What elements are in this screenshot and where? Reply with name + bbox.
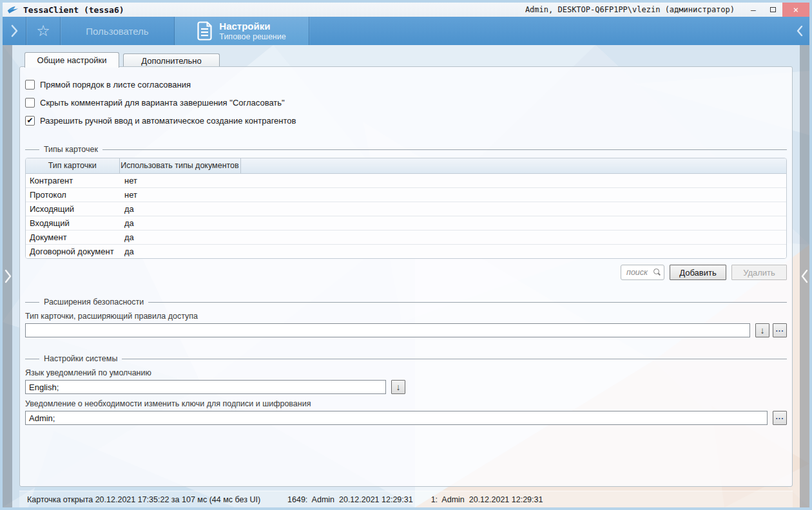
table-row[interactable]: Документда	[26, 230, 786, 244]
tab-user[interactable]: Пользователь	[61, 17, 174, 45]
ellipsis-icon: ...	[775, 325, 784, 334]
language-dropdown-button[interactable]: ↓	[391, 380, 405, 394]
close-button[interactable]: ×	[782, 3, 809, 17]
group-card-types: Типы карточек	[25, 145, 787, 154]
card-types-table: Тип карточки Использовать типы документо…	[25, 158, 787, 259]
arrow-down-icon: ↓	[396, 382, 401, 392]
tab-additional-label: Дополнительно	[141, 56, 202, 66]
main-tab-bar: ☆ Пользователь Настройки Типовое решение	[3, 17, 809, 45]
tab-general-settings[interactable]: Общие настройки	[24, 52, 119, 68]
checkbox-row[interactable]: Прямой порядок в листе согласования	[25, 78, 787, 91]
arrow-down-icon: ↓	[760, 325, 765, 335]
card-type-cell: Исходящий	[26, 202, 119, 216]
search-input[interactable]: поиск	[621, 265, 664, 280]
use-doc-types-cell: да	[119, 230, 240, 244]
group-system: Настройки системы	[25, 354, 787, 363]
card-type-cell: Протокол	[26, 187, 119, 202]
checkbox-label: Скрыть комментарий для варианта завершен…	[40, 98, 285, 108]
table-row[interactable]: Исходящийда	[26, 202, 786, 216]
empty-cell	[240, 216, 786, 230]
column-card-type[interactable]: Тип карточки	[26, 158, 119, 173]
checkbox-hide-comment[interactable]	[25, 98, 35, 108]
security-browse-button[interactable]: ...	[773, 323, 787, 337]
table-row[interactable]: Входящийда	[26, 216, 786, 230]
tab-settings-subtitle: Типовое решение	[219, 32, 285, 42]
checkbox-direct-order[interactable]	[25, 80, 35, 90]
tessa-logo-icon	[7, 5, 19, 14]
notify-input[interactable]: Admin;	[25, 411, 768, 425]
favorites-button[interactable]: ☆	[26, 17, 60, 45]
checkbox-label: Прямой порядок в листе согласования	[40, 80, 191, 90]
notify-field-row: Admin; ...	[25, 411, 787, 425]
status-bar: Карточка открыта 20.12.2021 17:35:22 за …	[19, 491, 793, 507]
status-card-opened: Карточка открыта 20.12.2021 17:35:22 за …	[27, 495, 260, 504]
maximize-icon	[770, 7, 776, 12]
card-type-cell: Договорной документ	[26, 244, 119, 258]
maximize-button[interactable]	[763, 3, 782, 17]
language-input[interactable]: English;	[25, 380, 386, 394]
chevron-left-icon	[797, 25, 803, 37]
card-types-body: КонтрагентнетПротоколнетИсходящийдаВходя…	[26, 173, 786, 258]
checkbox-label: Разрешить ручной ввод и автоматическое с…	[40, 116, 296, 126]
tab-scroll-right-button[interactable]	[790, 17, 809, 45]
table-row[interactable]: Контрагентнет	[26, 173, 786, 187]
card-type-cell: Контрагент	[26, 173, 119, 187]
card-type-cell: Входящий	[26, 216, 119, 230]
star-icon: ☆	[36, 22, 50, 40]
content-area: Общие настройки Дополнительно Прямой пор…	[3, 45, 809, 507]
group-card-types-title: Типы карточек	[44, 145, 98, 154]
use-doc-types-cell: нет	[119, 187, 240, 202]
tab-additional[interactable]: Дополнительно	[123, 53, 220, 67]
settings-tab-strip: Общие настройки Дополнительно	[19, 52, 793, 67]
tab-user-label: Пользователь	[86, 26, 148, 37]
minimize-button[interactable]: –	[744, 3, 763, 17]
group-system-title: Настройки системы	[44, 354, 117, 363]
group-security-title: Расширения безопасности	[44, 298, 144, 307]
use-doc-types-cell: да	[119, 244, 240, 258]
tab-settings-title: Настройки	[219, 21, 285, 32]
empty-cell	[240, 230, 786, 244]
card-type-cell: Документ	[26, 230, 119, 244]
checkbox-allow-manual-input[interactable]	[25, 116, 35, 126]
security-field-row: ↓ ...	[25, 323, 787, 337]
search-icon	[653, 269, 661, 276]
table-row[interactable]: Протоколнет	[26, 187, 786, 202]
security-dropdown-button[interactable]: ↓	[755, 323, 769, 337]
notify-browse-button[interactable]: ...	[773, 411, 787, 425]
use-doc-types-cell: да	[119, 202, 240, 216]
search-placeholder: поиск	[626, 268, 650, 277]
language-field-row: English; ↓	[25, 380, 787, 394]
table-row[interactable]: Договорной документда	[26, 244, 786, 258]
app-window: TessaClient (tessa6) Admin, DESKTOP-Q6FP…	[0, 0, 812, 510]
general-settings-panel: Прямой порядок в листе согласования Скры…	[19, 66, 793, 487]
tab-scroll-left-button[interactable]	[3, 17, 26, 45]
status-record-1649: 1649: Admin 20.12.2021 12:29:31	[287, 495, 413, 504]
use-doc-types-cell: да	[119, 216, 240, 230]
status-record-1: 1: Admin 20.12.2021 12:29:31	[431, 495, 543, 504]
window-title: TessaClient (tessa6)	[23, 5, 124, 15]
settings-page: Общие настройки Дополнительно Прямой пор…	[19, 52, 793, 507]
empty-cell	[240, 173, 786, 187]
right-panel-expander[interactable]	[800, 45, 809, 507]
security-field-label: Тип карточки, расширяющий правила доступ…	[25, 312, 787, 321]
checkbox-row[interactable]: Скрыть комментарий для варианта завершен…	[25, 96, 787, 109]
use-doc-types-cell: нет	[119, 173, 240, 187]
delete-button[interactable]: Удалить	[731, 265, 787, 280]
chevron-right-icon	[11, 24, 18, 37]
column-use-doc-types[interactable]: Использовать типы документов	[119, 158, 240, 173]
empty-cell	[240, 244, 786, 258]
checkbox-row[interactable]: Разрешить ручной ввод и автоматическое с…	[25, 114, 787, 127]
chevron-left-icon	[801, 269, 809, 283]
chevron-right-icon	[4, 269, 12, 283]
left-panel-expander[interactable]	[3, 45, 12, 507]
logged-in-user: Admin, DESKTOP-Q6FP1PP\vlezin (администр…	[525, 5, 735, 14]
title-bar: TessaClient (tessa6) Admin, DESKTOP-Q6FP…	[3, 3, 809, 17]
language-field-label: Язык уведомлений по умолчанию	[25, 368, 787, 377]
table-header-row: Тип карточки Использовать типы документо…	[26, 158, 786, 173]
security-card-type-input[interactable]	[25, 323, 750, 337]
add-button[interactable]: Добавить	[670, 265, 726, 280]
ellipsis-icon: ...	[775, 412, 784, 421]
notify-field-label: Уведомление о необходимости изменить клю…	[25, 399, 787, 408]
tab-settings[interactable]: Настройки Типовое решение	[175, 17, 309, 45]
empty-cell	[240, 187, 786, 202]
